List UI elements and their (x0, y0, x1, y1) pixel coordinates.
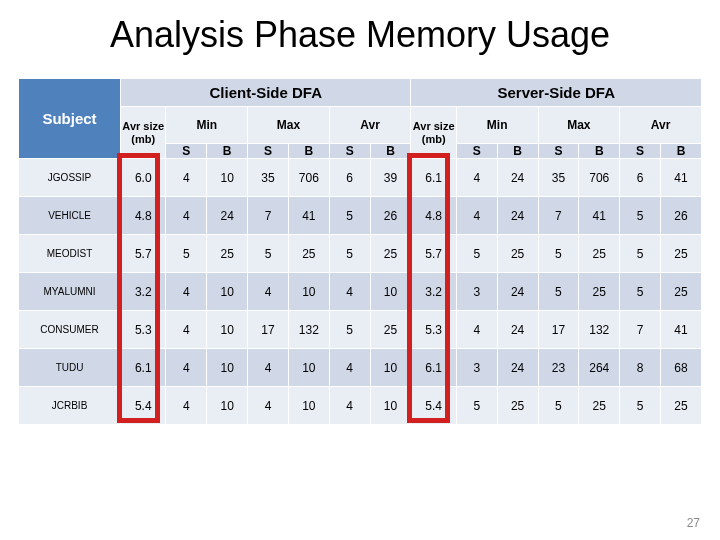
cell: 7 (538, 197, 579, 235)
cell: 4.8 (411, 197, 456, 235)
cell: 10 (370, 349, 411, 387)
cell: 5.3 (411, 311, 456, 349)
col-server-min: Min (456, 107, 538, 144)
cell: JCRBIB (19, 387, 121, 425)
cell: 25 (207, 235, 248, 273)
cell: 25 (579, 235, 620, 273)
page-number: 27 (687, 516, 700, 530)
cell: MYALUMNI (19, 273, 121, 311)
cell: VEHICLE (19, 197, 121, 235)
col-b: B (207, 144, 248, 159)
cell: 24 (497, 273, 538, 311)
cell: 10 (207, 273, 248, 311)
col-client-side: Client-Side DFA (121, 79, 411, 107)
cell: 10 (207, 349, 248, 387)
cell: 5.4 (411, 387, 456, 425)
cell: 41 (579, 197, 620, 235)
cell: 39 (370, 159, 411, 197)
cell: 4 (166, 197, 207, 235)
cell: 35 (248, 159, 289, 197)
cell: 6.1 (411, 159, 456, 197)
cell: 264 (579, 349, 620, 387)
cell: 706 (579, 159, 620, 197)
col-server-max: Max (538, 107, 620, 144)
cell: 706 (288, 159, 329, 197)
cell: 23 (538, 349, 579, 387)
cell: 25 (288, 235, 329, 273)
cell: 4 (329, 273, 370, 311)
cell: 5 (329, 311, 370, 349)
col-client-min: Min (166, 107, 248, 144)
cell: 4 (248, 349, 289, 387)
col-s: S (620, 144, 661, 159)
cell: 132 (579, 311, 620, 349)
col-b: B (579, 144, 620, 159)
cell: 10 (207, 387, 248, 425)
table-row: MYALUMNI3.24104104103.2324525525 (19, 273, 702, 311)
col-s: S (248, 144, 289, 159)
table-row: MEODIST5.75255255255.7525525525 (19, 235, 702, 273)
cell: 10 (288, 387, 329, 425)
cell: 8 (620, 349, 661, 387)
cell: 4 (166, 349, 207, 387)
cell: 5 (620, 273, 661, 311)
memory-usage-table: Subject Client-Side DFA Server-Side DFA … (18, 78, 702, 425)
cell: 7 (620, 311, 661, 349)
col-subject: Subject (19, 79, 121, 159)
table-row: VEHICLE4.84247415264.8424741526 (19, 197, 702, 235)
cell: 4 (166, 387, 207, 425)
cell: MEODIST (19, 235, 121, 273)
cell: 25 (370, 311, 411, 349)
cell: 10 (288, 349, 329, 387)
cell: 3 (456, 349, 497, 387)
table-row: JGOSSIP6.0410357066396.142435706641 (19, 159, 702, 197)
cell: 10 (207, 311, 248, 349)
cell: 4 (166, 273, 207, 311)
cell: 4.8 (121, 197, 166, 235)
col-client-avr-size: Avr size (mb) (121, 107, 166, 159)
cell: 25 (497, 387, 538, 425)
cell: 4 (248, 387, 289, 425)
cell: 25 (660, 235, 701, 273)
cell: 10 (370, 387, 411, 425)
page-title: Analysis Phase Memory Usage (0, 0, 720, 78)
cell: 5 (620, 387, 661, 425)
cell: TUDU (19, 349, 121, 387)
col-client-max: Max (248, 107, 330, 144)
col-server-side: Server-Side DFA (411, 79, 702, 107)
cell: 5.4 (121, 387, 166, 425)
cell: 5.3 (121, 311, 166, 349)
cell: 4 (456, 197, 497, 235)
col-b: B (497, 144, 538, 159)
cell: 10 (207, 159, 248, 197)
cell: 24 (207, 197, 248, 235)
cell: 10 (370, 273, 411, 311)
cell: 5 (166, 235, 207, 273)
cell: CONSUMER (19, 311, 121, 349)
cell: 5 (456, 387, 497, 425)
cell: 68 (660, 349, 701, 387)
col-s: S (329, 144, 370, 159)
cell: 25 (579, 387, 620, 425)
cell: 4 (456, 159, 497, 197)
table-row: TUDU6.14104104106.132423264868 (19, 349, 702, 387)
cell: 4 (166, 159, 207, 197)
cell: 26 (370, 197, 411, 235)
cell: 4 (456, 311, 497, 349)
cell: 3.2 (411, 273, 456, 311)
cell: 25 (660, 387, 701, 425)
cell: 6 (620, 159, 661, 197)
cell: 17 (538, 311, 579, 349)
cell: 4 (166, 311, 207, 349)
col-server-avr-size: Avr size (mb) (411, 107, 456, 159)
cell: 41 (660, 159, 701, 197)
cell: 6.1 (411, 349, 456, 387)
cell: JGOSSIP (19, 159, 121, 197)
cell: 17 (248, 311, 289, 349)
cell: 24 (497, 349, 538, 387)
cell: 6 (329, 159, 370, 197)
cell: 24 (497, 159, 538, 197)
col-s: S (538, 144, 579, 159)
cell: 5 (538, 235, 579, 273)
cell: 5 (248, 235, 289, 273)
